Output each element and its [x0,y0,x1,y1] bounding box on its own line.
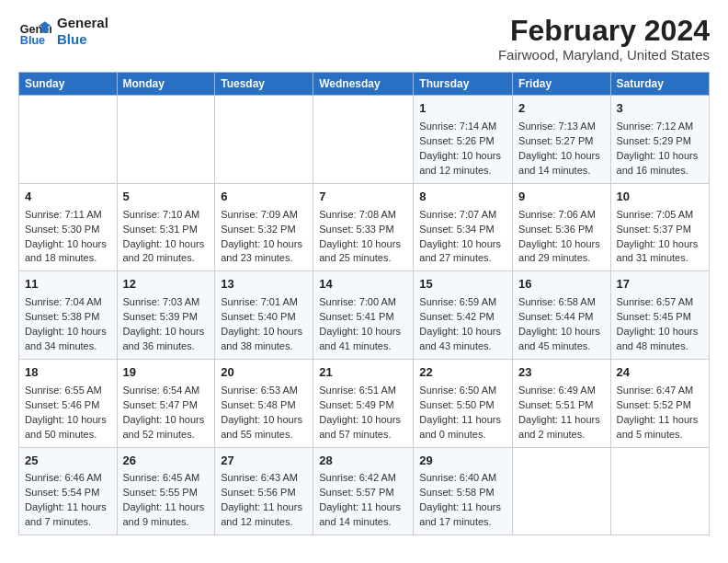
day-info: Sunrise: 7:06 AM [518,208,604,223]
day-info: Sunrise: 6:47 AM [617,384,703,398]
calendar-week-5: 25Sunrise: 6:46 AMSunset: 5:54 PMDayligh… [19,447,710,535]
day-info: Daylight: 11 hours [617,413,703,428]
day-info: Daylight: 11 hours [319,500,407,515]
calendar-week-3: 11Sunrise: 7:04 AMSunset: 5:38 PMDayligh… [19,271,710,360]
day-info: Sunrise: 6:49 AM [518,384,604,398]
day-header-saturday: Saturday [610,73,709,96]
calendar-cell [313,96,414,184]
day-info: Sunset: 5:52 PM [617,398,703,413]
calendar-cell: 11Sunrise: 7:04 AMSunset: 5:38 PMDayligh… [19,271,118,360]
day-info: Sunset: 5:47 PM [123,398,210,413]
day-info: Sunrise: 7:14 AM [419,120,506,134]
day-info: Daylight: 10 hours [617,149,703,164]
day-info: and 52 minutes. [123,428,210,442]
day-info: Sunrise: 7:08 AM [319,208,407,223]
day-info: Sunset: 5:42 PM [419,310,506,325]
page-title: February 2024 [498,15,710,47]
day-info: Daylight: 10 hours [617,325,703,339]
day-info: and 5 minutes. [617,428,703,442]
day-info: and 34 minutes. [25,339,111,354]
day-info: and 25 minutes. [319,251,407,266]
day-info: Daylight: 11 hours [419,500,506,515]
day-info: Sunset: 5:27 PM [518,134,604,149]
day-info: and 2 minutes. [518,428,604,442]
day-number: 1 [419,100,506,118]
day-info: and 48 minutes. [617,339,703,354]
day-number: 5 [123,189,210,206]
calendar-week-2: 4Sunrise: 7:11 AMSunset: 5:30 PMDaylight… [19,183,710,271]
day-info: Sunset: 5:46 PM [25,398,111,413]
day-number: 16 [518,276,604,293]
day-header-thursday: Thursday [414,73,513,96]
svg-text:Blue: Blue [20,34,45,47]
day-info: Sunrise: 7:05 AM [617,208,703,223]
day-number: 9 [518,189,604,206]
day-number: 7 [319,189,407,206]
day-number: 20 [221,364,307,382]
day-number: 28 [319,453,407,470]
day-info: and 9 minutes. [123,515,210,530]
day-info: Sunset: 5:55 PM [123,486,210,500]
day-info: Sunrise: 6:42 AM [319,471,407,486]
day-info: Sunrise: 7:04 AM [25,295,111,310]
day-number: 2 [518,100,604,118]
calendar-cell: 15Sunrise: 6:59 AMSunset: 5:42 PMDayligh… [414,271,513,360]
logo: General Blue GeneralBlue [18,15,108,48]
calendar-cell [215,96,313,184]
page-subtitle: Fairwood, Maryland, United States [498,47,710,63]
day-number: 3 [617,100,703,118]
day-number: 4 [25,189,111,206]
day-number: 27 [221,453,307,470]
day-info: Sunrise: 6:58 AM [518,295,604,310]
day-info: and 12 minutes. [221,515,307,530]
day-info: Sunrise: 7:03 AM [123,295,210,310]
calendar-cell: 25Sunrise: 6:46 AMSunset: 5:54 PMDayligh… [19,447,118,535]
day-info: and 50 minutes. [25,428,111,442]
calendar-cell: 18Sunrise: 6:55 AMSunset: 5:46 PMDayligh… [19,359,118,447]
day-info: Daylight: 10 hours [25,237,111,252]
day-info: Sunrise: 6:57 AM [617,295,703,310]
day-number: 26 [123,453,210,470]
day-info: Daylight: 10 hours [518,149,604,164]
day-info: Sunset: 5:32 PM [221,223,307,237]
calendar-cell: 7Sunrise: 7:08 AMSunset: 5:33 PMDaylight… [313,183,414,271]
day-info: Daylight: 10 hours [25,413,111,428]
calendar-cell [610,447,709,535]
calendar-table: SundayMondayTuesdayWednesdayThursdayFrid… [18,72,710,535]
calendar-cell: 16Sunrise: 6:58 AMSunset: 5:44 PMDayligh… [513,271,610,360]
day-number: 12 [123,276,210,293]
day-info: Daylight: 10 hours [221,237,307,252]
day-info: Sunrise: 6:46 AM [25,471,111,486]
day-info: Sunrise: 6:50 AM [419,384,506,398]
day-info: Daylight: 10 hours [319,325,407,339]
day-number: 21 [319,364,407,382]
day-info: Sunrise: 6:53 AM [221,384,307,398]
logo-text: GeneralBlue [57,15,108,48]
day-info: Sunrise: 7:00 AM [319,295,407,310]
calendar-cell: 10Sunrise: 7:05 AMSunset: 5:37 PMDayligh… [610,183,709,271]
day-info: and 0 minutes. [419,428,506,442]
calendar-cell: 20Sunrise: 6:53 AMSunset: 5:48 PMDayligh… [215,359,313,447]
logo-icon: General Blue [18,15,51,48]
day-info: Sunset: 5:33 PM [319,223,407,237]
day-info: Sunrise: 7:09 AM [221,208,307,223]
day-info: and 18 minutes. [25,251,111,266]
calendar-week-4: 18Sunrise: 6:55 AMSunset: 5:46 PMDayligh… [19,359,710,447]
day-info: Daylight: 10 hours [319,237,407,252]
day-number: 11 [25,276,111,293]
calendar-cell: 2Sunrise: 7:13 AMSunset: 5:27 PMDaylight… [513,96,610,184]
calendar-cell: 27Sunrise: 6:43 AMSunset: 5:56 PMDayligh… [215,447,313,535]
calendar-cell [513,447,610,535]
day-info: and 17 minutes. [419,515,506,530]
day-info: Sunset: 5:34 PM [419,223,506,237]
day-number: 19 [123,364,210,382]
day-info: Sunset: 5:30 PM [25,223,111,237]
day-info: Sunset: 5:37 PM [617,223,703,237]
day-info: Daylight: 10 hours [123,237,210,252]
day-number: 18 [25,364,111,382]
calendar-cell: 9Sunrise: 7:06 AMSunset: 5:36 PMDaylight… [513,183,610,271]
calendar-cell: 28Sunrise: 6:42 AMSunset: 5:57 PMDayligh… [313,447,414,535]
calendar-header-row: SundayMondayTuesdayWednesdayThursdayFrid… [19,73,710,96]
day-info: Sunrise: 7:01 AM [221,295,307,310]
day-info: Sunset: 5:38 PM [25,310,111,325]
